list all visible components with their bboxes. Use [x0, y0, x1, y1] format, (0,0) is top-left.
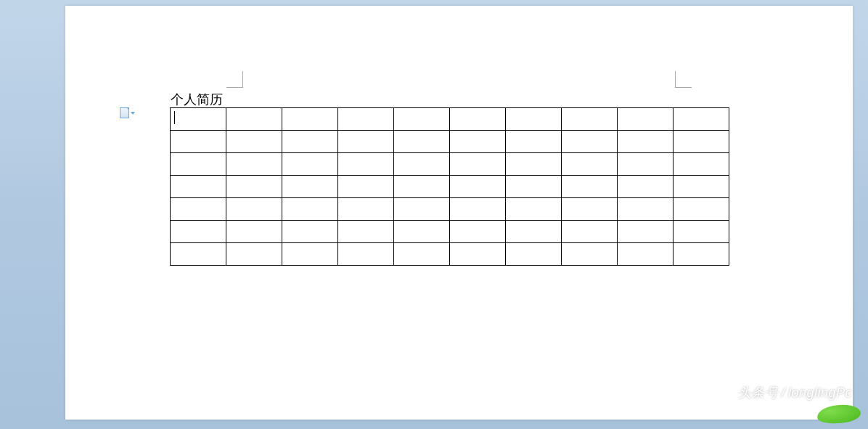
table-row[interactable] — [171, 131, 729, 153]
table-cell[interactable] — [506, 108, 562, 131]
table-cell[interactable] — [394, 243, 450, 266]
watermark-separator: / — [781, 385, 785, 401]
table-cell[interactable] — [562, 176, 618, 198]
table-cell[interactable] — [226, 108, 282, 131]
table-cell[interactable] — [171, 243, 226, 266]
watermark-source: 头条号 — [738, 384, 779, 401]
table-row[interactable] — [171, 243, 729, 266]
watermark: 头条号 / longlingPc — [738, 384, 852, 401]
table-cell[interactable] — [673, 176, 729, 198]
table-cell[interactable] — [338, 198, 394, 221]
table-cell[interactable] — [618, 108, 673, 131]
document-page[interactable]: 个人简历 — [65, 6, 853, 420]
table-row[interactable] — [171, 198, 729, 221]
table-cell[interactable] — [450, 131, 506, 153]
table-cell[interactable] — [618, 243, 673, 266]
resume-table[interactable] — [170, 107, 729, 266]
table-cell[interactable] — [450, 198, 506, 221]
table-cell[interactable] — [506, 243, 562, 266]
table-cell[interactable] — [171, 221, 226, 243]
table-cell[interactable] — [506, 131, 562, 153]
table-cell[interactable] — [506, 153, 562, 176]
table-cell[interactable] — [171, 131, 226, 153]
table-cell[interactable] — [282, 221, 338, 243]
table-cell[interactable] — [450, 108, 506, 131]
table-cell[interactable] — [282, 108, 338, 131]
table-cell[interactable] — [282, 153, 338, 176]
margin-corner-top-left — [226, 71, 243, 88]
table-cell[interactable] — [338, 176, 394, 198]
table-row[interactable] — [171, 108, 729, 131]
table-cell[interactable] — [171, 153, 226, 176]
table-cell[interactable] — [450, 153, 506, 176]
table-cell[interactable] — [171, 108, 226, 131]
table-cell[interactable] — [338, 221, 394, 243]
table-cell[interactable] — [282, 131, 338, 153]
table-cell[interactable] — [450, 243, 506, 266]
table-cell[interactable] — [450, 221, 506, 243]
table-cell[interactable] — [618, 153, 673, 176]
table-cell[interactable] — [338, 108, 394, 131]
table-cell[interactable] — [394, 221, 450, 243]
paste-options-button[interactable] — [120, 107, 136, 118]
table-cell[interactable] — [618, 198, 673, 221]
table-cell[interactable] — [673, 221, 729, 243]
table-cell[interactable] — [506, 198, 562, 221]
table-cell[interactable] — [673, 153, 729, 176]
table-cell[interactable] — [673, 198, 729, 221]
table-cell[interactable] — [562, 221, 618, 243]
table-row[interactable] — [171, 176, 729, 198]
table-cell[interactable] — [338, 131, 394, 153]
table-row[interactable] — [171, 153, 729, 176]
table-cell[interactable] — [562, 198, 618, 221]
table-cell[interactable] — [673, 243, 729, 266]
chevron-down-icon — [131, 112, 135, 115]
table-cell[interactable] — [226, 153, 282, 176]
app-viewport: 个人简历 头条号 / longlingPc — [0, 0, 868, 429]
table-cell[interactable] — [394, 176, 450, 198]
table-cell[interactable] — [394, 198, 450, 221]
table-cell[interactable] — [338, 153, 394, 176]
table-cell[interactable] — [282, 198, 338, 221]
watermark-author: longlingPc — [788, 385, 852, 401]
table-cell[interactable] — [171, 176, 226, 198]
table-cell[interactable] — [673, 108, 729, 131]
table-cell[interactable] — [226, 198, 282, 221]
table-cell[interactable] — [394, 131, 450, 153]
table-cell[interactable] — [226, 131, 282, 153]
margin-corner-top-right — [675, 71, 692, 88]
table-cell[interactable] — [450, 176, 506, 198]
table-cell[interactable] — [282, 176, 338, 198]
table-cell[interactable] — [562, 131, 618, 153]
table-cell[interactable] — [394, 108, 450, 131]
table-cell[interactable] — [394, 153, 450, 176]
resume-table-body[interactable] — [171, 108, 729, 266]
table-cell[interactable] — [562, 108, 618, 131]
table-cell[interactable] — [562, 153, 618, 176]
table-cell[interactable] — [226, 243, 282, 266]
table-cell[interactable] — [618, 221, 673, 243]
paste-options-icon — [120, 107, 129, 118]
document-heading[interactable]: 个人简历 — [171, 91, 223, 108]
table-cell[interactable] — [506, 221, 562, 243]
table-cell[interactable] — [673, 131, 729, 153]
table-cell[interactable] — [618, 131, 673, 153]
table-cell[interactable] — [226, 221, 282, 243]
table-cell[interactable] — [618, 176, 673, 198]
table-cell[interactable] — [226, 176, 282, 198]
table-cell[interactable] — [171, 198, 226, 221]
table-cell[interactable] — [506, 176, 562, 198]
table-cell[interactable] — [338, 243, 394, 266]
table-cell[interactable] — [282, 243, 338, 266]
table-cell[interactable] — [562, 243, 618, 266]
table-row[interactable] — [171, 221, 729, 243]
text-cursor — [174, 111, 175, 124]
